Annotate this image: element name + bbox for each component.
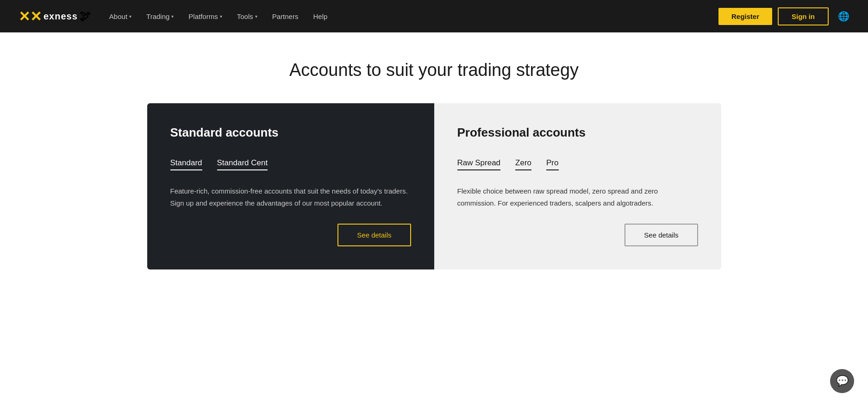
nav-links: About ▾ Trading ▾ Platforms ▾ Tools ▾ Pa…	[109, 13, 327, 20]
standard-see-details-button[interactable]: See details	[337, 224, 411, 246]
logo-bird-icon: 🕊	[80, 10, 91, 23]
signin-button[interactable]: Sign in	[778, 7, 829, 25]
nav-tools[interactable]: Tools ▾	[237, 13, 257, 20]
trading-chevron-icon: ▾	[171, 14, 174, 19]
about-chevron-icon: ▾	[129, 14, 131, 19]
logo[interactable]: ✕✕ exness 🕊	[19, 8, 91, 25]
standard-panel-header: Standard accounts	[170, 125, 411, 144]
nav-platforms[interactable]: Platforms ▾	[188, 13, 222, 20]
tab-standard-cent[interactable]: Standard Cent	[217, 158, 268, 170]
tab-standard[interactable]: Standard	[170, 158, 202, 170]
pro-description: Flexible choice between raw spread model…	[457, 185, 698, 209]
page-title: Accounts to suit your trading strategy	[147, 60, 721, 80]
tab-pro[interactable]: Pro	[546, 158, 558, 170]
professional-accounts-panel: Professional accounts Raw Spread Zero Pr…	[434, 103, 721, 269]
pro-panel-title: Professional accounts	[457, 125, 698, 140]
nav-trading[interactable]: Trading ▾	[146, 13, 174, 20]
nav-partners[interactable]: Partners	[272, 13, 299, 20]
standard-panel-title: Standard accounts	[170, 125, 411, 140]
navbar-right: Register Sign in 🌐	[718, 7, 849, 25]
logo-text: exness	[44, 11, 78, 22]
platforms-chevron-icon: ▾	[220, 14, 222, 19]
language-globe-icon[interactable]: 🌐	[838, 11, 849, 22]
standard-tabs: Standard Standard Cent	[170, 158, 411, 170]
standard-accounts-panel: Standard accounts Standard Standard Cent…	[147, 103, 434, 269]
standard-description: Feature-rich, commission-free accounts t…	[170, 185, 411, 209]
pro-see-details-button[interactable]: See details	[624, 224, 698, 246]
nav-about[interactable]: About ▾	[109, 13, 131, 20]
nav-help[interactable]: Help	[313, 13, 327, 20]
register-button[interactable]: Register	[718, 8, 772, 25]
pro-panel-header: Professional accounts	[457, 125, 698, 144]
main-content: Accounts to suit your trading strategy S…	[110, 32, 758, 297]
tools-chevron-icon: ▾	[255, 14, 257, 19]
pro-tabs: Raw Spread Zero Pro	[457, 158, 698, 170]
tab-raw-spread[interactable]: Raw Spread	[457, 158, 501, 170]
tab-zero[interactable]: Zero	[515, 158, 531, 170]
navbar: ✕✕ exness 🕊 About ▾ Trading ▾ Platforms …	[0, 0, 868, 32]
navbar-left: ✕✕ exness 🕊 About ▾ Trading ▾ Platforms …	[19, 8, 327, 25]
accounts-grid: Standard accounts Standard Standard Cent…	[147, 103, 721, 269]
logo-x-icon: ✕✕	[19, 8, 42, 25]
